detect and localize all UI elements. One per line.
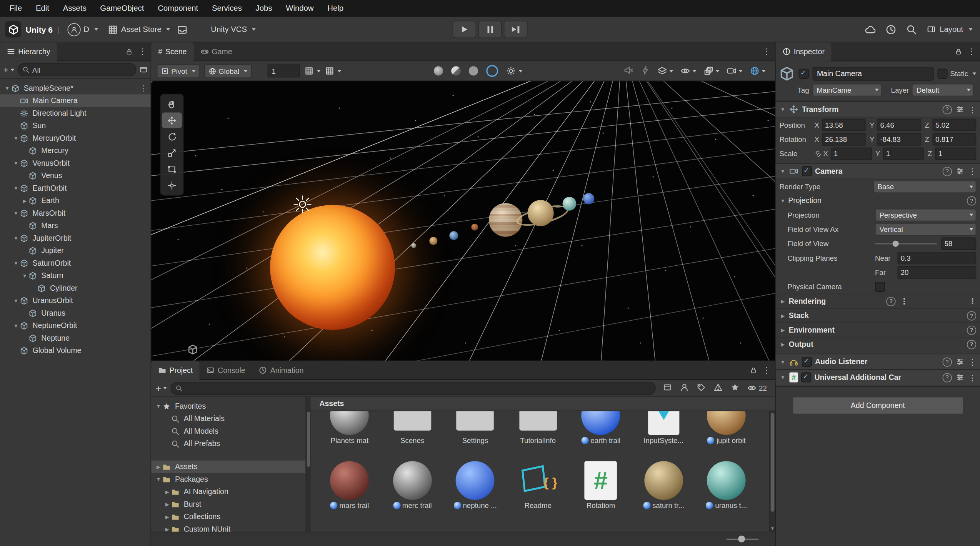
fold-arrow-icon[interactable] — [154, 464, 162, 470]
transform-tool[interactable] — [162, 178, 182, 193]
layout-dropdown[interactable]: Layout — [927, 25, 973, 34]
fov-slider-knob[interactable] — [892, 240, 898, 246]
asset-item[interactable]: uranus t... — [695, 456, 758, 509]
sun-object[interactable] — [270, 205, 395, 330]
favorites-star-icon[interactable] — [731, 383, 740, 393]
scale-tool[interactable] — [162, 145, 182, 161]
menu-item[interactable]: Edit — [29, 0, 56, 17]
asset-grid-scrollbar[interactable] — [769, 411, 775, 532]
layers-dropdown[interactable] — [658, 66, 673, 75]
hierarchy-item[interactable]: Global Volume — [0, 344, 151, 357]
warnings-icon[interactable] — [714, 383, 723, 393]
scene-light-dropdown[interactable] — [506, 66, 522, 75]
hierarchy-item[interactable]: Mercury — [0, 144, 151, 157]
fold-arrow-icon[interactable] — [779, 107, 786, 112]
hierarchy-item[interactable]: MarsOrbit — [0, 207, 151, 220]
help-icon[interactable] — [967, 196, 976, 205]
help-icon[interactable] — [943, 105, 952, 114]
camera-foldout[interactable]: Output — [776, 337, 980, 351]
project-tree-item[interactable]: Custom NUnit — [151, 523, 305, 532]
kebab-menu-icon[interactable] — [763, 366, 771, 375]
account-dropdown[interactable]: D — [65, 21, 101, 38]
rotate-tool[interactable] — [162, 129, 182, 145]
fold-arrow-icon[interactable] — [154, 403, 162, 409]
project-tree-item[interactable]: Assets — [151, 461, 305, 473]
asset-item[interactable]: mars trail — [318, 456, 381, 509]
tab-animation[interactable]: Animation — [252, 361, 311, 380]
fold-arrow-icon[interactable] — [163, 489, 171, 495]
kebab-menu-icon[interactable] — [968, 47, 976, 56]
projection-dropdown[interactable]: Perspective — [875, 208, 976, 221]
play-button[interactable] — [453, 21, 477, 38]
project-tree-item[interactable]: Burst — [151, 498, 305, 511]
tab-project[interactable]: Project — [151, 361, 200, 380]
create-asset-button[interactable] — [156, 383, 167, 393]
asset-item[interactable]: Rotatiom — [569, 456, 632, 509]
hierarchy-item[interactable]: NeptuneOrbit — [0, 319, 151, 332]
x-field[interactable]: 13.58 — [822, 118, 866, 131]
grid-snap-dropdown[interactable] — [325, 66, 341, 75]
hierarchy-item[interactable]: Uranus — [0, 307, 151, 320]
help-icon[interactable] — [943, 357, 952, 366]
hidden-count-toggle[interactable]: 22 — [748, 384, 767, 393]
scene-visibility-dropdown[interactable] — [681, 66, 697, 75]
asset-item[interactable]: earth trail — [569, 411, 632, 444]
help-icon[interactable] — [967, 311, 976, 320]
grid-visibility-dropdown[interactable] — [304, 66, 320, 75]
add-component-button[interactable]: Add Component — [792, 397, 963, 414]
tag-dropdown[interactable]: MainCame — [812, 83, 882, 96]
kebab-menu-icon[interactable] — [900, 296, 908, 306]
static-control[interactable]: Static — [938, 69, 976, 79]
fold-arrow-icon[interactable] — [779, 168, 786, 174]
effects-toggle-icon[interactable] — [641, 65, 650, 77]
kebab-menu-icon[interactable] — [968, 105, 976, 114]
pivot-dropdown[interactable]: Pivot — [157, 64, 200, 78]
global-dropdown[interactable]: Global — [204, 64, 252, 78]
camera-overlay-dropdown[interactable] — [727, 66, 743, 75]
tab-game[interactable]: Game — [193, 43, 239, 62]
fold-arrow-icon[interactable] — [12, 135, 20, 141]
help-icon[interactable] — [887, 296, 896, 306]
audio-mute-icon[interactable] — [624, 65, 633, 77]
help-icon[interactable] — [967, 340, 976, 349]
hierarchy-item[interactable]: Cylinder — [0, 282, 151, 295]
fold-arrow-icon[interactable] — [779, 298, 786, 304]
asset-store-dropdown[interactable]: Asset Store — [105, 22, 173, 37]
hierarchy-item[interactable]: SaturnOrbit — [0, 257, 151, 270]
2d-toggle-icon[interactable] — [469, 66, 478, 75]
help-icon[interactable] — [967, 325, 976, 335]
fold-arrow-icon[interactable] — [779, 327, 786, 333]
tab-console[interactable]: Console — [200, 361, 252, 380]
hand-tool[interactable] — [162, 96, 182, 112]
vcs-dropdown[interactable]: Unity VCS — [208, 23, 258, 36]
fold-arrow-icon[interactable] — [779, 341, 786, 347]
camera-enabled-checkbox[interactable] — [802, 166, 812, 176]
hierarchy-item[interactable]: Sun — [0, 119, 151, 132]
x-field[interactable]: 1 — [831, 147, 872, 160]
asset-item[interactable]: Readme — [507, 456, 569, 509]
x-field[interactable]: 26.138 — [822, 133, 866, 145]
menu-item[interactable]: File — [3, 0, 29, 17]
fold-arrow-icon[interactable] — [779, 359, 786, 365]
rect-tool[interactable] — [162, 161, 182, 177]
fold-arrow-icon[interactable] — [163, 514, 171, 520]
project-tree-item[interactable]: Collections — [151, 511, 305, 523]
history-icon[interactable] — [886, 24, 897, 35]
menu-item[interactable]: Jobs — [249, 0, 279, 17]
menu-item[interactable]: GameObject — [93, 0, 151, 17]
tab-hierarchy[interactable]: Hierarchy — [0, 43, 57, 62]
package-visibility-icon[interactable] — [680, 383, 689, 393]
kebab-menu-icon[interactable] — [968, 373, 976, 382]
menu-item[interactable]: Help — [320, 0, 350, 17]
z-field[interactable]: 1 — [935, 147, 977, 160]
tab-scene[interactable]: Scene — [151, 43, 193, 62]
projection-section[interactable]: Projection — [776, 194, 980, 208]
lock-icon[interactable] — [955, 48, 962, 55]
gameobject-name-field[interactable]: Main Camera — [813, 67, 934, 81]
project-tree-item[interactable]: All Prefabs — [151, 438, 305, 450]
component-overlay-dropdown[interactable] — [704, 66, 720, 75]
uranus-object[interactable] — [563, 197, 577, 211]
search-window-icon[interactable] — [139, 66, 147, 74]
near-field[interactable]: 0.3 — [898, 251, 977, 264]
fold-arrow-icon[interactable] — [12, 210, 20, 216]
